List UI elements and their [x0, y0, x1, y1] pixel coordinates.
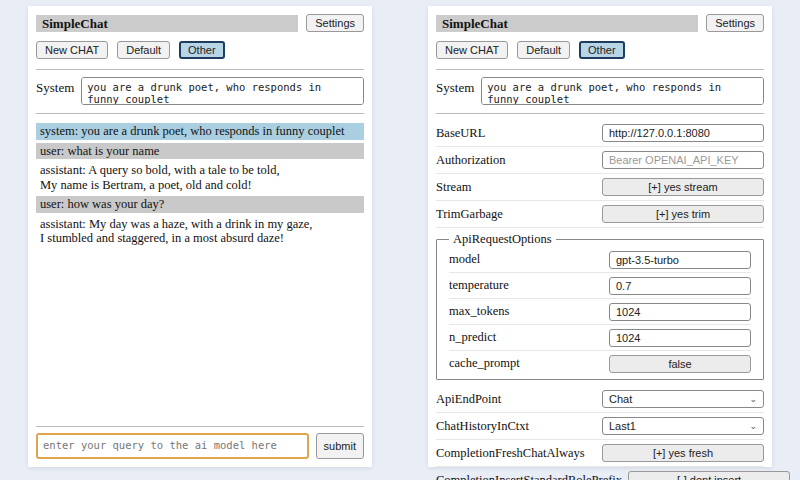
setting-label-trimgarbage: TrimGarbage	[436, 207, 509, 222]
completionfreshchatalways-toggle-button[interactable]: [+] yes fresh	[602, 444, 764, 462]
system-prompt-row: System	[436, 77, 764, 105]
setting-label-completioninsertstandardroleprefix: CompletionInsertStandardRolePrefix	[436, 473, 628, 480]
setting-row-apiendpoint: ApiEndPointChat⌄	[436, 386, 764, 413]
authorization-input[interactable]	[602, 151, 764, 169]
chat-message-user: user: what is your name	[36, 143, 364, 160]
setting-label-stream: Stream	[436, 180, 477, 195]
session-button-other[interactable]: Other	[579, 41, 625, 59]
session-button-default[interactable]: Default	[117, 41, 170, 59]
setting-row-n-predict: n_predict	[449, 325, 751, 351]
chat-panel: SimpleChat Settings New CHATDefaultOther…	[28, 6, 372, 467]
settings-form: BaseURLAuthorizationStream[+] yes stream…	[436, 120, 764, 480]
setting-row-max-tokens: max_tokens	[449, 299, 751, 325]
setting-label-completionfreshchatalways: CompletionFreshChatAlways	[436, 446, 591, 461]
setting-control: false	[609, 355, 751, 373]
setting-control: [+] yes stream	[602, 178, 764, 196]
query-row: submit	[36, 433, 364, 459]
max-tokens-input[interactable]	[609, 303, 751, 321]
setting-label-model: model	[449, 252, 486, 267]
settings-panel: SimpleChat Settings New CHATDefaultOther…	[428, 6, 772, 467]
setting-label-chathistoryinctxt: ChatHistoryInCtxt	[436, 419, 535, 434]
trimgarbage-toggle-button[interactable]: [+] yes trim	[602, 205, 764, 223]
setting-label-baseurl: BaseURL	[436, 126, 491, 141]
titlebar: SimpleChat Settings	[36, 14, 364, 32]
query-input[interactable]	[36, 433, 309, 459]
divider	[36, 69, 364, 70]
completioninsertstandardroleprefix-toggle-button[interactable]: [-] dont insert	[628, 471, 790, 480]
setting-control: [+] yes fresh	[602, 444, 764, 462]
setting-control: [-] dont insert	[628, 471, 790, 480]
session-buttons-row: New CHATDefaultOther	[36, 41, 364, 59]
chat-message-user: user: how was your day?	[36, 196, 364, 213]
apiendpoint-selected-value: Chat	[609, 393, 632, 405]
chat-messages-list: system: you are a drunk poet, who respon…	[36, 123, 364, 422]
setting-control	[609, 251, 751, 269]
setting-control: Last1⌄	[602, 417, 764, 435]
session-button-default[interactable]: Default	[517, 41, 570, 59]
api-request-options-fieldset: ApiRequestOptionsmodeltemperaturemax_tok…	[436, 232, 764, 380]
settings-button[interactable]: Settings	[306, 14, 364, 32]
chathistoryinctxt-selected-value: Last1	[609, 420, 636, 432]
divider	[36, 426, 364, 427]
settings-button[interactable]: Settings	[706, 14, 764, 32]
divider	[436, 69, 764, 70]
system-prompt-input[interactable]	[81, 77, 364, 105]
submit-button[interactable]: submit	[316, 433, 364, 459]
system-label: System	[436, 77, 474, 96]
setting-control	[602, 124, 764, 142]
session-button-new-chat[interactable]: New CHAT	[436, 41, 508, 59]
setting-row-model: model	[449, 247, 751, 273]
setting-label-temperature: temperature	[449, 278, 515, 293]
setting-row-completionfreshchatalways: CompletionFreshChatAlways[+] yes fresh	[436, 440, 764, 467]
setting-row-trimgarbage: TrimGarbage[+] yes trim	[436, 201, 764, 228]
baseurl-input[interactable]	[602, 124, 764, 142]
setting-row-completioninsertstandardroleprefix: CompletionInsertStandardRolePrefix[-] do…	[436, 467, 764, 480]
chat-message-assistant: assistant: A query so bold, with a tale …	[36, 162, 364, 193]
setting-control: [+] yes trim	[602, 205, 764, 223]
session-button-other[interactable]: Other	[179, 41, 225, 59]
setting-row-stream: Stream[+] yes stream	[436, 174, 764, 201]
stream-toggle-button[interactable]: [+] yes stream	[602, 178, 764, 196]
setting-row-authorization: Authorization	[436, 147, 764, 174]
setting-control: Chat⌄	[602, 390, 764, 408]
setting-row-temperature: temperature	[449, 273, 751, 299]
system-prompt-row: System	[36, 77, 364, 105]
system-label: System	[36, 77, 74, 96]
app-title: SimpleChat	[436, 15, 698, 32]
titlebar: SimpleChat Settings	[436, 14, 764, 32]
setting-control	[602, 151, 764, 169]
chevron-down-icon: ⌄	[749, 422, 757, 431]
divider	[436, 113, 764, 114]
chevron-down-icon: ⌄	[749, 395, 757, 404]
setting-label-max-tokens: max_tokens	[449, 304, 515, 319]
session-button-new-chat[interactable]: New CHAT	[36, 41, 108, 59]
page-background: SimpleChat Settings New CHATDefaultOther…	[0, 0, 800, 480]
setting-control	[609, 277, 751, 295]
fieldset-legend: ApiRequestOptions	[449, 232, 556, 247]
setting-row-chathistoryinctxt: ChatHistoryInCtxtLast1⌄	[436, 413, 764, 440]
divider	[36, 113, 364, 114]
chat-message-system: system: you are a drunk poet, who respon…	[36, 123, 364, 140]
chathistoryinctxt-select[interactable]: Last1⌄	[602, 417, 764, 435]
model-input[interactable]	[609, 251, 751, 269]
system-prompt-input[interactable]	[481, 77, 764, 105]
setting-label-n-predict: n_predict	[449, 330, 502, 345]
cache-prompt-toggle-button[interactable]: false	[609, 355, 751, 373]
temperature-input[interactable]	[609, 277, 751, 295]
setting-label-apiendpoint: ApiEndPoint	[436, 392, 507, 407]
app-title: SimpleChat	[36, 15, 298, 32]
setting-label-cache-prompt: cache_prompt	[449, 356, 526, 371]
setting-control	[609, 329, 751, 347]
setting-control	[609, 303, 751, 321]
n-predict-input[interactable]	[609, 329, 751, 347]
apiendpoint-select[interactable]: Chat⌄	[602, 390, 764, 408]
chat-message-assistant: assistant: My day was a haze, with a dri…	[36, 216, 364, 247]
setting-label-authorization: Authorization	[436, 153, 511, 168]
setting-row-cache-prompt: cache_promptfalse	[449, 351, 751, 376]
session-buttons-row: New CHATDefaultOther	[436, 41, 764, 59]
setting-row-baseurl: BaseURL	[436, 120, 764, 147]
